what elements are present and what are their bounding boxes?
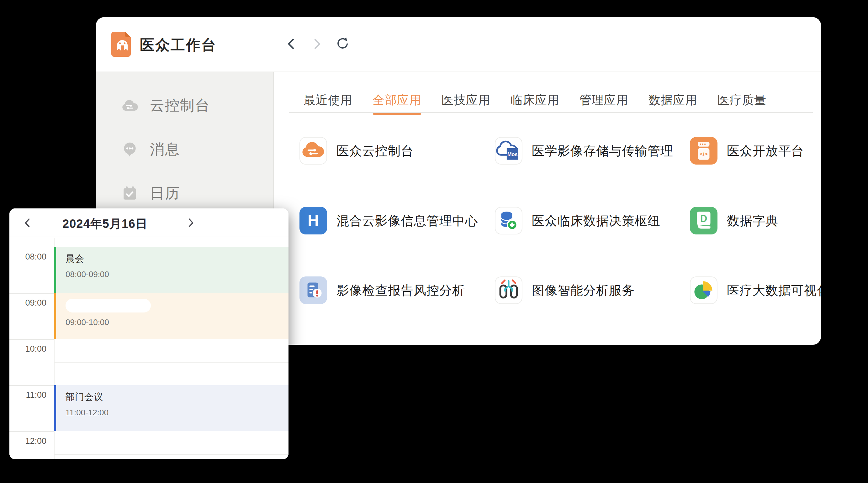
event-time: 09:00-10:00 [66, 318, 288, 327]
calendar-day-grid: 08:00 09:00 10:00 11:00 12:00 晨会 08:00-0… [9, 238, 288, 459]
hour-line [9, 385, 54, 386]
sidebar-item-messages[interactable]: 消息 [121, 139, 180, 160]
calendar-header: 2024年5月16日 [9, 208, 288, 237]
calendar-next-day-button[interactable] [184, 216, 197, 230]
app-label: 医学影像存储与传输管理 [532, 142, 673, 160]
sidebar-item-cloud-console[interactable]: 云控制台 [121, 96, 210, 116]
app-category-tabs: 最近使用 全部应用 医技应用 临床应用 管理应用 数据应用 医疗质量 [304, 92, 766, 115]
app-label: 数据字典 [727, 212, 778, 229]
database-plus-icon [495, 207, 522, 234]
pie-chart-icon [690, 277, 717, 304]
cloud-mos-icon: Mos [495, 137, 522, 165]
lungs-icon [495, 277, 522, 304]
calendar-panel: 2024年5月16日 08:00 09:00 10:00 11:00 12:00… [9, 208, 288, 459]
h-letter-icon: H [300, 207, 327, 234]
report-alert-icon [300, 277, 327, 304]
half-hour-line [55, 454, 288, 455]
event-title: 部门会议 [66, 391, 288, 404]
dictionary-icon: D [690, 207, 717, 234]
time-label: 11:00 [9, 390, 46, 400]
app-item-hybrid-cloud-center[interactable]: H 混合云影像信息管理中心 [300, 207, 478, 234]
window-header: 医众工作台 [96, 17, 821, 71]
app-item-imaging-storage[interactable]: Mos 医学影像存储与传输管理 [495, 137, 673, 165]
svg-text:D: D [700, 213, 707, 224]
app-item-image-ai-analysis[interactable]: 图像智能分析服务 [495, 277, 635, 304]
desktop-background: 医众工作台 云控制台 [0, 0, 868, 483]
tab-quality[interactable]: 医疗质量 [717, 92, 766, 115]
event-time: 08:00-09:00 [66, 269, 288, 279]
sidebar-item-label: 消息 [150, 140, 180, 159]
app-logo-icon [111, 31, 134, 57]
calendar-check-icon [121, 185, 138, 202]
app-label: 医众云控制台 [337, 142, 414, 160]
tab-data-apps[interactable]: 数据应用 [649, 92, 698, 115]
time-label: 09:00 [9, 298, 46, 308]
hour-line [9, 293, 54, 294]
sidebar-item-label: 日历 [150, 184, 180, 203]
app-label: 医众开放平台 [727, 142, 804, 160]
time-label: 08:00 [9, 252, 46, 262]
time-label: 12:00 [9, 436, 46, 446]
event-title: 晨会 [66, 253, 288, 265]
app-label: 医众临床数据决策枢纽 [532, 212, 660, 229]
calendar-prev-day-button[interactable] [21, 216, 34, 230]
active-tab-indicator [373, 113, 421, 115]
forward-button[interactable] [310, 37, 324, 51]
tab-clinical-apps[interactable]: 临床应用 [510, 92, 559, 115]
tab-recent[interactable]: 最近使用 [304, 92, 352, 115]
app-label: 图像智能分析服务 [532, 282, 635, 299]
sidebar-item-label: 云控制台 [150, 96, 210, 115]
tab-all-apps[interactable]: 全部应用 [373, 92, 422, 115]
app-item-open-platform[interactable]: </> 医众开放平台 [690, 137, 804, 165]
redacted-event-title-pill [66, 299, 151, 313]
tab-label: 全部应用 [373, 93, 422, 106]
svg-text:Mos: Mos [507, 151, 518, 157]
open-platform-icon: </> [690, 137, 717, 165]
app-item-data-dictionary[interactable]: D 数据字典 [690, 207, 778, 234]
chat-bubble-icon [121, 141, 138, 158]
back-button[interactable] [284, 37, 299, 51]
hour-line [9, 431, 54, 432]
event-time: 11:00-12:00 [66, 408, 288, 418]
tab-admin-apps[interactable]: 管理应用 [580, 92, 628, 115]
app-label: 混合云影像信息管理中心 [337, 212, 478, 229]
time-label: 10:00 [9, 344, 46, 354]
cloud-console-icon [300, 137, 327, 165]
app-label: 影像检查报告风控分析 [337, 282, 465, 299]
event-redacted[interactable]: 09:00-10:00 [54, 293, 288, 339]
refresh-button[interactable] [335, 37, 349, 51]
svg-text:</>: </> [700, 151, 708, 157]
hour-line [9, 339, 54, 340]
sidebar-item-calendar[interactable]: 日历 [121, 183, 180, 203]
app-title: 医众工作台 [140, 35, 217, 55]
cloud-settings-icon [121, 97, 138, 115]
svg-text:H: H [308, 212, 319, 229]
calendar-date-title: 2024年5月16日 [50, 216, 160, 232]
half-hour-line [55, 362, 288, 363]
app-label: 医疗大数据可视化 [727, 282, 821, 299]
event-morning-meeting[interactable]: 晨会 08:00-09:00 [54, 247, 288, 293]
app-item-report-risk-analysis[interactable]: 影像检查报告风控分析 [300, 277, 465, 304]
event-department-meeting[interactable]: 部门会议 11:00-12:00 [54, 385, 288, 431]
app-item-clinical-data-hub[interactable]: 医众临床数据决策枢纽 [495, 207, 660, 234]
app-item-bigdata-visualization[interactable]: 医疗大数据可视化 [690, 277, 821, 304]
app-item-cloud-console[interactable]: 医众云控制台 [300, 137, 414, 165]
tab-medtech-apps[interactable]: 医技应用 [441, 92, 491, 115]
